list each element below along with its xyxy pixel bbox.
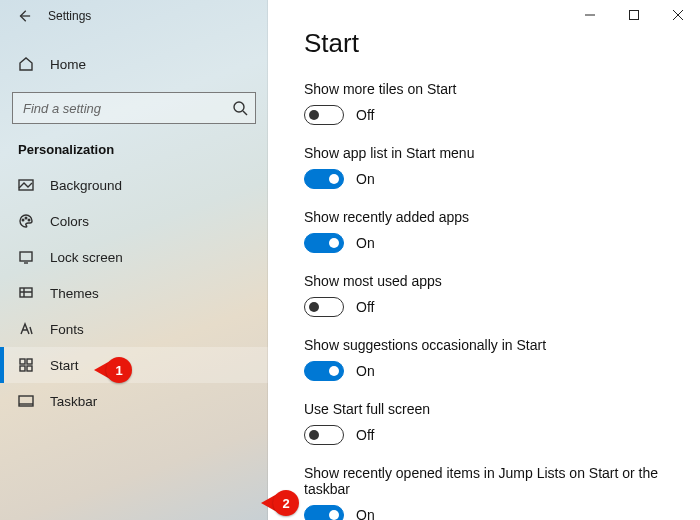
lock-screen-icon xyxy=(18,249,34,265)
svg-point-8 xyxy=(22,219,24,221)
svg-rect-11 xyxy=(20,252,32,261)
sidebar-item-label: Start xyxy=(50,358,79,373)
sidebar-item-fonts[interactable]: Fonts xyxy=(0,311,268,347)
svg-point-10 xyxy=(28,219,30,221)
close-button[interactable] xyxy=(656,0,700,30)
setting-row: Show most used appsOff xyxy=(304,273,670,317)
sidebar-item-label: Fonts xyxy=(50,322,84,337)
sidebar-item-background[interactable]: Background xyxy=(0,167,268,203)
picture-icon xyxy=(18,177,34,193)
sidebar-item-colors[interactable]: Colors xyxy=(0,203,268,239)
start-icon xyxy=(18,357,34,373)
sidebar-item-themes[interactable]: Themes xyxy=(0,275,268,311)
content-area: Start Show more tiles on StartOffShow ap… xyxy=(268,0,700,520)
fonts-icon xyxy=(18,321,34,337)
svg-point-5 xyxy=(234,102,244,112)
maximize-button[interactable] xyxy=(612,0,656,30)
toggle-state: Off xyxy=(356,299,374,315)
toggle-state: Off xyxy=(356,427,374,443)
palette-icon xyxy=(18,213,34,229)
toggle-state: On xyxy=(356,235,375,251)
sidebar-item-lock-screen[interactable]: Lock screen xyxy=(0,239,268,275)
setting-row: Use Start full screenOff xyxy=(304,401,670,445)
sidebar-item-start[interactable]: Start xyxy=(0,347,268,383)
sidebar-home-label: Home xyxy=(50,57,86,72)
setting-label: Show suggestions occasionally in Start xyxy=(304,337,670,353)
page-title: Start xyxy=(304,28,670,59)
toggle-state: On xyxy=(356,507,375,520)
home-icon xyxy=(18,56,34,72)
search-field-wrap xyxy=(12,92,256,124)
sidebar: Settings Home Personalization Background… xyxy=(0,0,268,520)
sidebar-nav: Background Colors Lock screen Themes Fon… xyxy=(0,167,268,419)
settings-list: Show more tiles on StartOffShow app list… xyxy=(304,81,670,520)
setting-label: Show recently added apps xyxy=(304,209,670,225)
toggle-switch[interactable] xyxy=(304,169,344,189)
sidebar-item-taskbar[interactable]: Taskbar xyxy=(0,383,268,419)
setting-row: Show app list in Start menuOn xyxy=(304,145,670,189)
svg-rect-17 xyxy=(27,366,32,371)
sidebar-item-label: Themes xyxy=(50,286,99,301)
setting-label: Show recently opened items in Jump Lists… xyxy=(304,465,670,497)
setting-row: Show suggestions occasionally in StartOn xyxy=(304,337,670,381)
setting-label: Show app list in Start menu xyxy=(304,145,670,161)
toggle-switch[interactable] xyxy=(304,361,344,381)
minimize-button[interactable] xyxy=(568,0,612,30)
settings-window: Settings Home Personalization Background… xyxy=(0,0,700,520)
setting-label: Show more tiles on Start xyxy=(304,81,670,97)
sidebar-item-label: Colors xyxy=(50,214,89,229)
svg-point-9 xyxy=(25,217,27,219)
search-input[interactable] xyxy=(12,92,256,124)
svg-rect-15 xyxy=(27,359,32,364)
setting-row: Show recently added appsOn xyxy=(304,209,670,253)
window-controls xyxy=(568,0,700,30)
svg-rect-1 xyxy=(630,11,639,20)
toggle-state: On xyxy=(356,171,375,187)
titlebar: Settings xyxy=(0,0,268,32)
toggle-switch[interactable] xyxy=(304,505,344,520)
toggle-switch[interactable] xyxy=(304,233,344,253)
sidebar-item-label: Lock screen xyxy=(50,250,123,265)
setting-label: Use Start full screen xyxy=(304,401,670,417)
svg-rect-16 xyxy=(20,366,25,371)
toggle-switch[interactable] xyxy=(304,425,344,445)
toggle-state: On xyxy=(356,363,375,379)
setting-label: Show most used apps xyxy=(304,273,670,289)
setting-row: Show more tiles on StartOff xyxy=(304,81,670,125)
svg-line-6 xyxy=(243,111,247,115)
app-title: Settings xyxy=(48,9,91,23)
taskbar-icon xyxy=(18,393,34,409)
sidebar-category: Personalization xyxy=(18,142,268,157)
sidebar-item-label: Taskbar xyxy=(50,394,97,409)
setting-row: Show recently opened items in Jump Lists… xyxy=(304,465,670,520)
toggle-switch[interactable] xyxy=(304,105,344,125)
themes-icon xyxy=(18,285,34,301)
sidebar-item-label: Background xyxy=(50,178,122,193)
toggle-state: Off xyxy=(356,107,374,123)
back-button[interactable] xyxy=(14,6,34,26)
search-icon xyxy=(232,100,248,116)
svg-rect-14 xyxy=(20,359,25,364)
sidebar-home[interactable]: Home xyxy=(0,46,268,82)
toggle-switch[interactable] xyxy=(304,297,344,317)
